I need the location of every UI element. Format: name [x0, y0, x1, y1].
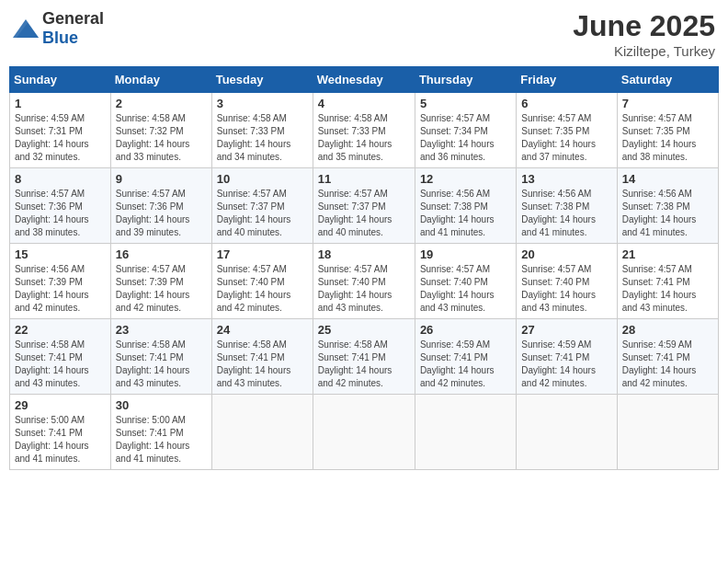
- calendar-cell: 9Sunrise: 4:57 AMSunset: 7:36 PMDaylight…: [110, 168, 211, 244]
- calendar-cell: 16Sunrise: 4:57 AMSunset: 7:39 PMDayligh…: [110, 244, 211, 319]
- column-header-wednesday: Wednesday: [313, 67, 415, 93]
- location-title: Kiziltepe, Turkey: [573, 43, 715, 59]
- day-info: Sunrise: 4:58 AMSunset: 7:32 PMDaylight:…: [116, 112, 207, 164]
- day-number: 27: [521, 323, 611, 337]
- day-number: 9: [116, 172, 207, 186]
- day-number: 3: [217, 97, 308, 110]
- day-info: Sunrise: 4:58 AMSunset: 7:41 PMDaylight:…: [116, 339, 207, 390]
- day-number: 8: [15, 172, 106, 186]
- calendar-cell: 5Sunrise: 4:57 AMSunset: 7:34 PMDaylight…: [415, 93, 516, 168]
- calendar-cell: 20Sunrise: 4:57 AMSunset: 7:40 PMDayligh…: [517, 244, 617, 319]
- calendar-cell: 28Sunrise: 4:59 AMSunset: 7:41 PMDayligh…: [617, 319, 718, 395]
- day-info: Sunrise: 4:57 AMSunset: 7:36 PMDaylight:…: [116, 188, 207, 239]
- calendar-cell: 25Sunrise: 4:58 AMSunset: 7:41 PMDayligh…: [313, 319, 415, 395]
- day-number: 1: [15, 97, 106, 110]
- column-header-thursday: Thursday: [415, 67, 516, 93]
- day-number: 24: [217, 323, 308, 337]
- day-number: 7: [622, 97, 713, 110]
- calendar-cell: [211, 395, 313, 470]
- day-info: Sunrise: 4:57 AMSunset: 7:40 PMDaylight:…: [521, 263, 611, 315]
- calendar-cell: [517, 395, 617, 470]
- day-info: Sunrise: 4:58 AMSunset: 7:33 PMDaylight:…: [217, 112, 308, 164]
- calendar-cell: 17Sunrise: 4:57 AMSunset: 7:40 PMDayligh…: [211, 244, 313, 319]
- day-number: 5: [420, 97, 511, 110]
- day-number: 17: [217, 247, 308, 261]
- day-number: 19: [420, 247, 511, 261]
- calendar-cell: [415, 395, 516, 470]
- calendar-cell: 7Sunrise: 4:57 AMSunset: 7:35 PMDaylight…: [617, 93, 718, 168]
- day-info: Sunrise: 4:58 AMSunset: 7:41 PMDaylight:…: [15, 339, 106, 390]
- calendar-cell: 13Sunrise: 4:56 AMSunset: 7:38 PMDayligh…: [517, 168, 617, 244]
- month-title: June 2025: [573, 9, 715, 43]
- calendar-cell: 10Sunrise: 4:57 AMSunset: 7:37 PMDayligh…: [211, 168, 313, 244]
- day-number: 15: [15, 247, 106, 261]
- logo: General Blue: [13, 9, 104, 48]
- calendar-cell: 6Sunrise: 4:57 AMSunset: 7:35 PMDaylight…: [517, 93, 617, 168]
- calendar-cell: 18Sunrise: 4:57 AMSunset: 7:40 PMDayligh…: [313, 244, 415, 319]
- calendar-cell: 22Sunrise: 4:58 AMSunset: 7:41 PMDayligh…: [10, 319, 111, 395]
- day-info: Sunrise: 4:57 AMSunset: 7:36 PMDaylight:…: [15, 188, 106, 239]
- day-number: 13: [521, 172, 611, 186]
- calendar-cell: 30Sunrise: 5:00 AMSunset: 7:41 PMDayligh…: [110, 395, 211, 470]
- calendar-cell: 8Sunrise: 4:57 AMSunset: 7:36 PMDaylight…: [10, 168, 111, 244]
- day-number: 10: [217, 172, 308, 186]
- day-info: Sunrise: 4:57 AMSunset: 7:40 PMDaylight:…: [420, 263, 511, 315]
- calendar-cell: 1Sunrise: 4:59 AMSunset: 7:31 PMDaylight…: [10, 93, 111, 168]
- day-info: Sunrise: 4:56 AMSunset: 7:38 PMDaylight:…: [420, 188, 511, 239]
- logo-blue: Blue: [42, 29, 78, 47]
- day-number: 23: [116, 323, 207, 337]
- day-info: Sunrise: 4:58 AMSunset: 7:41 PMDaylight:…: [318, 339, 410, 390]
- day-number: 18: [318, 247, 410, 261]
- calendar-week-row: 29Sunrise: 5:00 AMSunset: 7:41 PMDayligh…: [10, 395, 719, 470]
- calendar-cell: 24Sunrise: 4:58 AMSunset: 7:41 PMDayligh…: [211, 319, 313, 395]
- header: General Blue June 2025 Kiziltepe, Turkey: [9, 9, 719, 59]
- day-number: 16: [116, 247, 207, 261]
- calendar-cell: 29Sunrise: 5:00 AMSunset: 7:41 PMDayligh…: [10, 395, 111, 470]
- logo-icon: [13, 19, 39, 38]
- day-number: 29: [15, 398, 106, 412]
- calendar-cell: 27Sunrise: 4:59 AMSunset: 7:41 PMDayligh…: [517, 319, 617, 395]
- day-info: Sunrise: 4:57 AMSunset: 7:35 PMDaylight:…: [622, 112, 713, 164]
- day-number: 21: [622, 247, 713, 261]
- day-number: 14: [622, 172, 713, 186]
- day-number: 20: [521, 247, 611, 261]
- column-header-monday: Monday: [110, 67, 211, 93]
- day-number: 2: [116, 97, 207, 110]
- day-info: Sunrise: 4:57 AMSunset: 7:37 PMDaylight:…: [217, 188, 308, 239]
- column-header-saturday: Saturday: [617, 67, 718, 93]
- column-header-friday: Friday: [517, 67, 617, 93]
- calendar-week-row: 15Sunrise: 4:56 AMSunset: 7:39 PMDayligh…: [10, 244, 719, 319]
- day-info: Sunrise: 4:58 AMSunset: 7:33 PMDaylight:…: [318, 112, 410, 164]
- day-number: 22: [15, 323, 106, 337]
- calendar-cell: 15Sunrise: 4:56 AMSunset: 7:39 PMDayligh…: [10, 244, 111, 319]
- calendar-cell: 14Sunrise: 4:56 AMSunset: 7:38 PMDayligh…: [617, 168, 718, 244]
- column-header-sunday: Sunday: [10, 67, 111, 93]
- day-info: Sunrise: 4:59 AMSunset: 7:41 PMDaylight:…: [420, 339, 511, 390]
- calendar-cell: 4Sunrise: 4:58 AMSunset: 7:33 PMDaylight…: [313, 93, 415, 168]
- calendar-week-row: 22Sunrise: 4:58 AMSunset: 7:41 PMDayligh…: [10, 319, 719, 395]
- day-info: Sunrise: 4:59 AMSunset: 7:41 PMDaylight:…: [622, 339, 713, 390]
- day-info: Sunrise: 4:59 AMSunset: 7:31 PMDaylight:…: [15, 112, 106, 164]
- day-info: Sunrise: 4:58 AMSunset: 7:41 PMDaylight:…: [217, 339, 308, 390]
- day-info: Sunrise: 4:56 AMSunset: 7:38 PMDaylight:…: [521, 188, 611, 239]
- day-info: Sunrise: 4:56 AMSunset: 7:39 PMDaylight:…: [15, 263, 106, 315]
- calendar-cell: 21Sunrise: 4:57 AMSunset: 7:41 PMDayligh…: [617, 244, 718, 319]
- day-info: Sunrise: 5:00 AMSunset: 7:41 PMDaylight:…: [15, 414, 106, 465]
- calendar-cell: 19Sunrise: 4:57 AMSunset: 7:40 PMDayligh…: [415, 244, 516, 319]
- logo-text: General Blue: [42, 9, 104, 48]
- calendar-cell: 3Sunrise: 4:58 AMSunset: 7:33 PMDaylight…: [211, 93, 313, 168]
- day-info: Sunrise: 4:57 AMSunset: 7:41 PMDaylight:…: [622, 263, 713, 315]
- day-number: 28: [622, 323, 713, 337]
- day-info: Sunrise: 4:57 AMSunset: 7:39 PMDaylight:…: [116, 263, 207, 315]
- calendar: SundayMondayTuesdayWednesdayThursdayFrid…: [9, 66, 719, 470]
- day-info: Sunrise: 4:57 AMSunset: 7:35 PMDaylight:…: [521, 112, 611, 164]
- calendar-header-row: SundayMondayTuesdayWednesdayThursdayFrid…: [10, 67, 719, 93]
- day-info: Sunrise: 4:57 AMSunset: 7:40 PMDaylight:…: [217, 263, 308, 315]
- calendar-cell: 12Sunrise: 4:56 AMSunset: 7:38 PMDayligh…: [415, 168, 516, 244]
- day-info: Sunrise: 4:57 AMSunset: 7:40 PMDaylight:…: [318, 263, 410, 315]
- day-number: 4: [318, 97, 410, 110]
- calendar-cell: 2Sunrise: 4:58 AMSunset: 7:32 PMDaylight…: [110, 93, 211, 168]
- day-info: Sunrise: 5:00 AMSunset: 7:41 PMDaylight:…: [116, 414, 207, 465]
- day-info: Sunrise: 4:57 AMSunset: 7:37 PMDaylight:…: [318, 188, 410, 239]
- column-header-tuesday: Tuesday: [211, 67, 313, 93]
